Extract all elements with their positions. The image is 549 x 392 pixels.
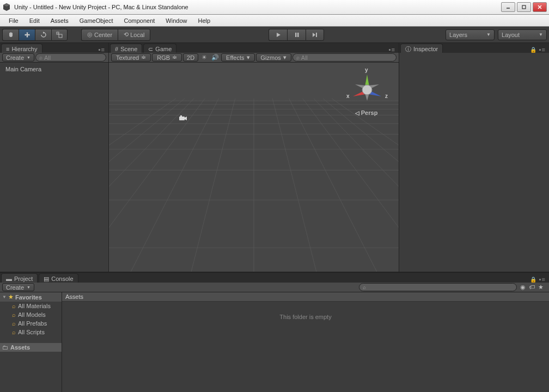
gizmo-persp-label: ◁ Persp: [355, 109, 377, 116]
menu-assets[interactable]: Assets: [45, 16, 74, 25]
handle-toggle[interactable]: ⟲ Local: [118, 29, 150, 41]
2d-toggle[interactable]: 2D: [183, 53, 198, 62]
hierarchy-create-button[interactable]: Create▼: [2, 53, 34, 62]
rotate-tool-button[interactable]: [35, 29, 51, 41]
hierarchy-icon: ≡: [6, 46, 9, 52]
menu-help[interactable]: Help: [192, 16, 216, 25]
svg-rect-11: [295, 33, 297, 37]
search-icon: ⌕: [12, 329, 16, 335]
window-title: Unity - Untitled - New Unity Project - P…: [14, 4, 501, 10]
hierarchy-item[interactable]: Main Camera: [3, 65, 105, 74]
menu-file[interactable]: File: [3, 16, 24, 25]
lighting-toggle[interactable]: ☀: [199, 53, 209, 62]
project-search[interactable]: ⌕: [359, 283, 517, 291]
hierarchy-search[interactable]: ⌕All: [35, 53, 106, 62]
close-button[interactable]: [533, 2, 547, 12]
filter-by-type-icon[interactable]: ◉: [520, 284, 526, 291]
search-icon: ⌕: [296, 54, 300, 60]
svg-rect-8: [59, 34, 62, 38]
gizmos-dropdown[interactable]: Gizmos▾: [256, 53, 291, 62]
play-button[interactable]: [269, 29, 287, 41]
maximize-button[interactable]: [517, 2, 531, 12]
scene-icon: #: [115, 46, 118, 52]
svg-rect-14: [316, 33, 317, 37]
save-search-icon[interactable]: ★: [538, 284, 544, 291]
center-icon: ◎: [87, 31, 93, 38]
unity-logo-icon: [2, 3, 11, 11]
orientation-gizmo[interactable]: y x z ◁ Persp: [345, 67, 389, 116]
inspector-icon: ⓘ: [405, 45, 411, 53]
filter-by-label-icon[interactable]: 🏷: [529, 284, 535, 291]
game-icon: ⊂: [148, 46, 153, 53]
svg-rect-3: [522, 5, 526, 9]
local-icon: ⟲: [124, 31, 129, 38]
hierarchy-panel: ≡Hierarchy ▪≡ Create▼ ⌕All Main Camera: [0, 43, 109, 272]
scale-tool-button[interactable]: [51, 29, 68, 41]
menu-component[interactable]: Component: [118, 16, 160, 25]
move-tool-button[interactable]: [19, 29, 35, 41]
tab-game[interactable]: ⊂Game: [143, 44, 176, 53]
toolbar: ◎ Center ⟲ Local Layers▼ Layout▼: [0, 27, 549, 43]
panel-options-icon[interactable]: ▪≡: [95, 46, 108, 53]
gizmo-x-label: x: [346, 93, 350, 99]
chevron-down-icon: ▼: [539, 32, 543, 37]
panel-options-icon[interactable]: ▪≡: [386, 46, 399, 53]
menu-edit[interactable]: Edit: [24, 16, 45, 25]
search-icon: ⌕: [12, 303, 16, 309]
gizmo-y-label: y: [365, 67, 368, 73]
favorite-item[interactable]: ⌕All Models: [0, 310, 62, 319]
tab-hierarchy[interactable]: ≡Hierarchy: [1, 44, 42, 53]
search-icon: ⌕: [12, 320, 16, 327]
minimize-button[interactable]: [501, 2, 515, 12]
empty-folder-message: This folder is empty: [62, 302, 549, 320]
layout-dropdown[interactable]: Layout▼: [498, 29, 547, 40]
gizmo-z-label: z: [385, 93, 388, 99]
svg-rect-41: [180, 115, 182, 117]
menu-gameobject[interactable]: GameObject: [74, 16, 119, 25]
chevron-down-icon: ▼: [486, 32, 491, 37]
project-breadcrumb[interactable]: Assets: [62, 292, 549, 302]
folder-icon: ▬: [6, 275, 12, 282]
tab-scene[interactable]: #Scene: [110, 44, 142, 53]
assets-root[interactable]: 🗀Assets: [0, 343, 62, 352]
svg-rect-12: [297, 33, 299, 37]
favorites-header[interactable]: ▼★Favorites: [0, 292, 62, 302]
search-icon: ⌕: [39, 54, 42, 60]
pivot-toggle[interactable]: ◎ Center: [81, 29, 118, 41]
folder-icon: 🗀: [2, 344, 8, 351]
step-button[interactable]: [306, 29, 324, 41]
menu-bar: File Edit Assets GameObject Component Wi…: [0, 15, 549, 27]
tab-project[interactable]: ▬Project: [1, 273, 38, 283]
shading-mode-dropdown[interactable]: Textured≑: [111, 53, 151, 62]
render-mode-dropdown[interactable]: RGB≑: [152, 53, 182, 62]
project-panel: ▬Project ▤Console 🔒 ▪≡ Create▼ ⌕ ◉ 🏷 ★ ▼…: [0, 272, 549, 392]
disclosure-triangle-icon[interactable]: ▼: [2, 295, 7, 299]
pause-button[interactable]: [287, 29, 306, 41]
lock-icon[interactable]: 🔒: [530, 47, 537, 53]
lock-icon[interactable]: 🔒: [530, 277, 537, 283]
effects-dropdown[interactable]: Effects▾: [221, 53, 254, 62]
project-create-button[interactable]: Create▼: [2, 283, 34, 291]
layers-dropdown[interactable]: Layers▼: [446, 29, 495, 40]
favorite-item[interactable]: ⌕All Prefabs: [0, 319, 62, 328]
audio-toggle[interactable]: 🔊: [210, 53, 220, 62]
project-tree: ▼★Favorites ⌕All Materials ⌕All Models ⌕…: [0, 292, 62, 392]
camera-gizmo-icon[interactable]: [179, 115, 187, 123]
panel-options-icon[interactable]: 🔒 ▪≡: [527, 276, 549, 283]
panel-options-icon[interactable]: 🔒 ▪≡: [527, 46, 549, 53]
svg-marker-6: [43, 32, 45, 34]
favorite-item[interactable]: ⌕All Materials: [0, 302, 62, 310]
favorite-item[interactable]: ⌕All Scripts: [0, 328, 62, 336]
hand-tool-button[interactable]: [2, 29, 19, 41]
scene-search[interactable]: ⌕All: [292, 53, 396, 62]
title-bar: Unity - Untitled - New Unity Project - P…: [0, 0, 549, 15]
tab-inspector[interactable]: ⓘInspector: [400, 44, 443, 53]
menu-window[interactable]: Window: [160, 16, 192, 25]
scene-panel: #Scene ⊂Game ▪≡ Textured≑ RGB≑ 2D ☀ 🔊 Ef…: [109, 43, 399, 272]
console-icon: ▤: [44, 275, 49, 283]
svg-marker-10: [277, 33, 280, 37]
scene-viewport[interactable]: y x z ◁ Persp: [109, 63, 399, 272]
tab-console[interactable]: ▤Console: [39, 273, 78, 283]
star-icon: ★: [8, 293, 14, 301]
inspector-panel: ⓘInspector 🔒 ▪≡: [399, 43, 549, 272]
